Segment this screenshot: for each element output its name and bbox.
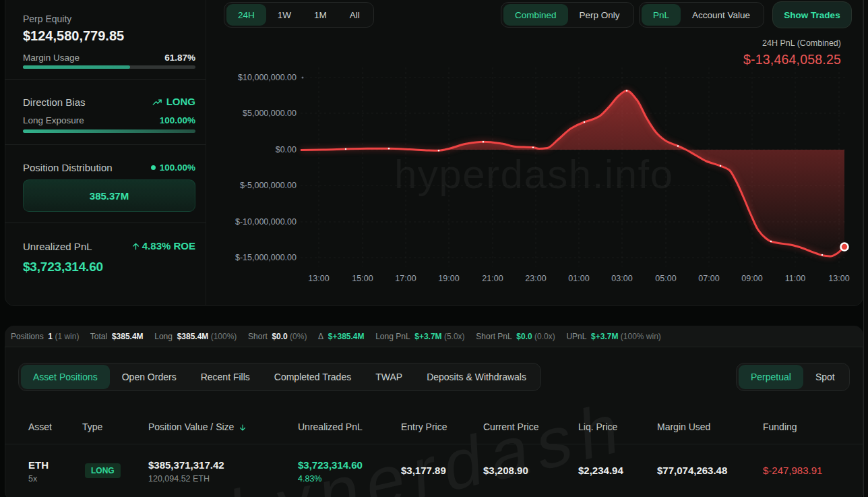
svg-text:15:00: 15:00 [352, 274, 373, 283]
svg-text:23:00: 23:00 [525, 274, 546, 283]
svg-text:$-10,000,000.00: $-10,000,000.00 [235, 217, 297, 227]
svg-text:03:00: 03:00 [611, 274, 632, 283]
svg-text:07:00: 07:00 [698, 274, 719, 283]
svg-text:09:00: 09:00 [741, 274, 762, 283]
svg-text:19:00: 19:00 [438, 274, 459, 283]
svg-text:11:00: 11:00 [785, 274, 805, 283]
svg-text:17:00: 17:00 [395, 274, 416, 283]
svg-text:05:00: 05:00 [655, 274, 676, 283]
svg-text:$0.00: $0.00 [276, 145, 297, 154]
svg-text:21:00: 21:00 [482, 274, 503, 283]
svg-text:01:00: 01:00 [568, 274, 589, 283]
svg-text:13:00: 13:00 [308, 274, 329, 283]
svg-text:13:00: 13:00 [828, 274, 849, 283]
svg-text:$10,000,000.00: $10,000,000.00 [238, 73, 297, 82]
svg-text:$-5,000,000.00: $-5,000,000.00 [240, 181, 297, 190]
svg-text:$5,000,000.00: $5,000,000.00 [243, 109, 297, 118]
svg-text:$-15,000,000.00: $-15,000,000.00 [235, 253, 297, 262]
